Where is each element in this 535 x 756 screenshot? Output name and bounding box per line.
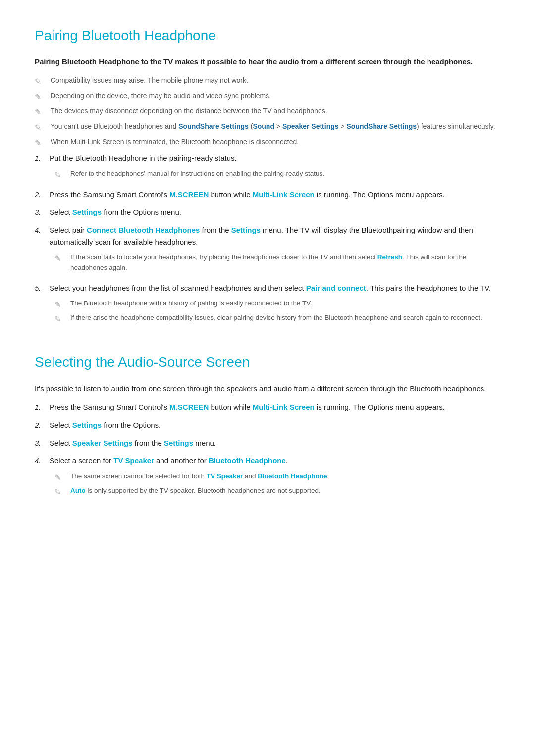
- section2-steps: 1. Press the Samsung Smart Control's M.S…: [35, 402, 500, 500]
- s2-step-num-4: 4.: [35, 455, 50, 467]
- step-1-content: Put the Bluetooth Headphone in the pairi…: [50, 152, 500, 183]
- step-1-note-1: Refer to the headphones' manual for inst…: [54, 168, 500, 180]
- section1-steps: 1. Put the Bluetooth Headphone in the pa…: [35, 152, 500, 327]
- step-num-3: 3.: [35, 206, 50, 218]
- s2-step-4-note-2: Auto is only supported by the TV speaker…: [54, 485, 500, 497]
- s2-step-2-content: Select Settings from the Options.: [50, 419, 500, 431]
- s2-step-num-3: 3.: [35, 437, 50, 449]
- step-5-note-1: The Bluetooth headphone with a history o…: [54, 298, 500, 309]
- section2-title: Selecting the Audio-Source Screen: [35, 352, 500, 374]
- step-2: 2. Press the Samsung Smart Control's M.S…: [35, 189, 500, 201]
- s2-step-1-content: Press the Samsung Smart Control's M.SCRE…: [50, 402, 500, 413]
- pencil-icon-3: [35, 106, 46, 117]
- note-item-3: The devices may disconnect depending on …: [35, 105, 500, 117]
- pencil-icon-1: [35, 75, 46, 86]
- s2-step-4-content: Select a screen for TV Speaker and anoth…: [50, 455, 500, 500]
- s2-step-2: 2. Select Settings from the Options.: [35, 419, 500, 431]
- pencil-icon-4: [35, 121, 46, 132]
- step-5-content: Select your headphones from the list of …: [50, 282, 500, 327]
- section2-intro: It's possible to listen to audio from on…: [35, 383, 500, 395]
- step-4-note-1: If the scan fails to locate your headpho…: [54, 252, 500, 273]
- step-num-1: 1.: [35, 152, 50, 164]
- note-item-5: When Multi-Link Screen is terminated, th…: [35, 136, 500, 148]
- step-num-5: 5.: [35, 282, 50, 294]
- section1-notes: Compatibility issues may arise. The mobi…: [35, 75, 500, 148]
- step-3-content: Select Settings from the Options menu.: [50, 206, 500, 218]
- step-3: 3. Select Settings from the Options menu…: [35, 206, 500, 218]
- s2-step-num-2: 2.: [35, 419, 50, 431]
- step-5: 5. Select your headphones from the list …: [35, 282, 500, 327]
- s2-step-3-content: Select Speaker Settings from the Setting…: [50, 437, 500, 449]
- note-item-1: Compatibility issues may arise. The mobi…: [35, 75, 500, 86]
- pencil-icon-s4n1: [54, 252, 65, 263]
- step-2-content: Press the Samsung Smart Control's M.SCRE…: [50, 189, 500, 201]
- pencil-icon-s2-4n1: [54, 471, 65, 482]
- pencil-icon-5: [35, 137, 46, 148]
- s2-step-1: 1. Press the Samsung Smart Control's M.S…: [35, 402, 500, 413]
- s2-step-4: 4. Select a screen for TV Speaker and an…: [35, 455, 500, 500]
- s2-step-num-1: 1.: [35, 402, 50, 413]
- step-num-2: 2.: [35, 189, 50, 201]
- step-4-content: Select pair Connect Bluetooth Headphones…: [50, 224, 500, 276]
- step-num-4: 4.: [35, 224, 50, 236]
- pencil-icon-s5n2: [54, 313, 65, 324]
- pencil-icon-s2-4n2: [54, 486, 65, 497]
- step-1: 1. Put the Bluetooth Headphone in the pa…: [35, 152, 500, 183]
- note-item-2: Depending on the device, there may be au…: [35, 90, 500, 101]
- pencil-icon-s5n1: [54, 299, 65, 309]
- s2-step-4-note-1: The same screen cannot be selected for b…: [54, 471, 500, 482]
- section1-title: Pairing Bluetooth Headphone: [35, 25, 500, 47]
- step-5-note-2: If there arise the headphone compatibili…: [54, 312, 500, 324]
- section1-intro: Pairing Bluetooth Headphone to the TV ma…: [35, 56, 500, 68]
- pencil-icon-s1n1: [54, 169, 65, 180]
- s2-step-3: 3. Select Speaker Settings from the Sett…: [35, 437, 500, 449]
- pencil-icon-2: [35, 91, 46, 101]
- note-item-4: You can't use Bluetooth headphones and S…: [35, 121, 500, 132]
- step-4: 4. Select pair Connect Bluetooth Headpho…: [35, 224, 500, 276]
